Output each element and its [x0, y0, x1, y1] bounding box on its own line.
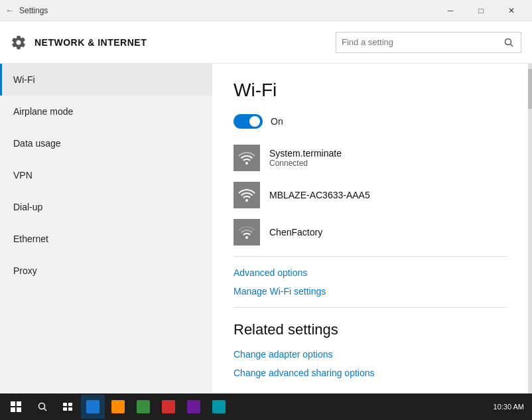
svg-rect-6 — [63, 407, 67, 411]
change-adapter-link[interactable]: Change adapter options — [233, 349, 507, 360]
sidebar: Wi-Fi Airplane mode Data usage VPN Dial-… — [0, 64, 212, 393]
network-status: Connected — [269, 159, 342, 168]
wifi-signal-icon-box-3 — [233, 219, 260, 245]
minimize-button[interactable]: ─ — [435, 0, 466, 21]
network-item-mblaze[interactable]: MBLAZE-AC3633-AAA5 — [233, 182, 507, 208]
network-item-chenfactory[interactable]: ChenFactory — [233, 219, 507, 245]
taskbar-task-view[interactable] — [56, 395, 80, 419]
wifi-signal-icon-box — [233, 145, 260, 171]
network-name-3: ChenFactory — [269, 227, 322, 238]
divider-1 — [233, 256, 507, 257]
sidebar-item-label: Data usage — [13, 138, 61, 149]
wifi-signal-icon-2 — [237, 186, 256, 204]
start-button[interactable] — [3, 393, 29, 420]
taskbar-app-6[interactable] — [207, 395, 231, 419]
wifi-toggle[interactable] — [233, 114, 263, 129]
app-icon-4 — [162, 400, 175, 413]
window-title: Settings — [19, 6, 48, 15]
windows-logo-icon — [11, 401, 21, 412]
search-icon — [504, 38, 513, 47]
taskview-icon — [62, 401, 73, 412]
sidebar-item-vpn[interactable]: VPN — [0, 159, 212, 191]
toggle-label: On — [271, 116, 283, 127]
app-icon-3 — [137, 400, 150, 413]
taskbar-app-1[interactable] — [81, 395, 105, 419]
titlebar: ← Settings ─ □ ✕ — [0, 0, 532, 21]
svg-point-2 — [39, 403, 45, 409]
svg-rect-5 — [68, 403, 72, 406]
taskbar-app-4[interactable] — [157, 395, 180, 419]
app-icon-5 — [187, 400, 200, 413]
sidebar-item-label: Ethernet — [13, 234, 48, 244]
app-header-left: NETWORK & INTERNET — [11, 35, 147, 50]
app-icon-1 — [86, 400, 100, 413]
network-info-3: ChenFactory — [269, 227, 322, 238]
sidebar-item-wifi[interactable]: Wi-Fi — [0, 64, 212, 96]
sidebar-item-label: Airplane mode — [13, 106, 73, 117]
taskbar-app-2[interactable] — [106, 395, 130, 419]
gear-icon — [11, 35, 27, 50]
network-name: System.terminate — [269, 148, 342, 159]
network-item-system-terminate[interactable]: System.terminate Connected — [233, 145, 507, 171]
taskbar-search[interactable] — [31, 395, 54, 419]
taskbar: 10:30 AM — [0, 393, 532, 420]
page-title: Wi-Fi — [233, 80, 507, 101]
sidebar-item-label: Proxy — [13, 265, 37, 276]
related-settings-title: Related settings — [233, 321, 507, 338]
network-info: System.terminate Connected — [269, 148, 342, 168]
titlebar-left: ← Settings — [5, 5, 48, 15]
manage-wifi-link[interactable]: Manage Wi-Fi settings — [233, 286, 507, 297]
network-info-2: MBLAZE-AC3633-AAA5 — [269, 190, 370, 200]
maximize-button[interactable]: □ — [466, 0, 496, 21]
sidebar-item-proxy[interactable]: Proxy — [0, 255, 212, 287]
taskbar-app-5[interactable] — [182, 395, 206, 419]
svg-rect-7 — [68, 407, 72, 411]
sidebar-item-airplane[interactable]: Airplane mode — [0, 96, 212, 127]
content-area: Wi-Fi On System.terminate — [212, 64, 528, 393]
close-button[interactable]: ✕ — [496, 0, 527, 21]
svg-line-1 — [511, 44, 513, 46]
scrollbar[interactable] — [528, 64, 532, 393]
network-name-2: MBLAZE-AC3633-AAA5 — [269, 190, 370, 200]
sidebar-item-label: Wi-Fi — [13, 74, 35, 85]
sidebar-item-dial-up[interactable]: Dial-up — [0, 191, 212, 223]
sidebar-item-label: Dial-up — [13, 202, 42, 212]
tray-time: 10:30 AM — [494, 403, 524, 411]
search-button[interactable] — [497, 33, 521, 52]
wifi-signal-icon-3 — [237, 223, 256, 242]
change-sharing-link[interactable]: Change advanced sharing options — [233, 368, 507, 378]
main-layout: Wi-Fi Airplane mode Data usage VPN Dial-… — [0, 64, 532, 393]
wifi-signal-icon-box-2 — [233, 182, 260, 208]
app-icon-6 — [212, 400, 226, 413]
taskbar-search-icon — [37, 401, 48, 412]
wifi-signal-icon — [237, 149, 256, 167]
sidebar-item-label: VPN — [13, 170, 33, 180]
svg-rect-4 — [63, 403, 67, 406]
sidebar-item-ethernet[interactable]: Ethernet — [0, 223, 212, 255]
svg-point-0 — [505, 38, 511, 44]
taskbar-app-3[interactable] — [131, 395, 155, 419]
svg-line-3 — [44, 409, 47, 411]
wifi-toggle-row: On — [233, 114, 507, 129]
taskbar-tray: 10:30 AM — [488, 403, 529, 411]
back-arrow[interactable]: ← — [5, 5, 14, 15]
toggle-thumb — [249, 116, 260, 127]
scrollbar-thumb[interactable] — [528, 69, 532, 109]
window-controls: ─ □ ✕ — [435, 0, 527, 21]
toggle-track[interactable] — [233, 114, 263, 129]
divider-2 — [233, 307, 507, 308]
advanced-options-link[interactable]: Advanced options — [233, 267, 507, 278]
app-header: NETWORK & INTERNET — [0, 21, 532, 64]
sidebar-item-data-usage[interactable]: Data usage — [0, 127, 212, 159]
search-box — [336, 32, 521, 53]
app-title: NETWORK & INTERNET — [34, 37, 147, 48]
search-input[interactable] — [336, 33, 497, 52]
app-icon-2 — [111, 400, 125, 413]
